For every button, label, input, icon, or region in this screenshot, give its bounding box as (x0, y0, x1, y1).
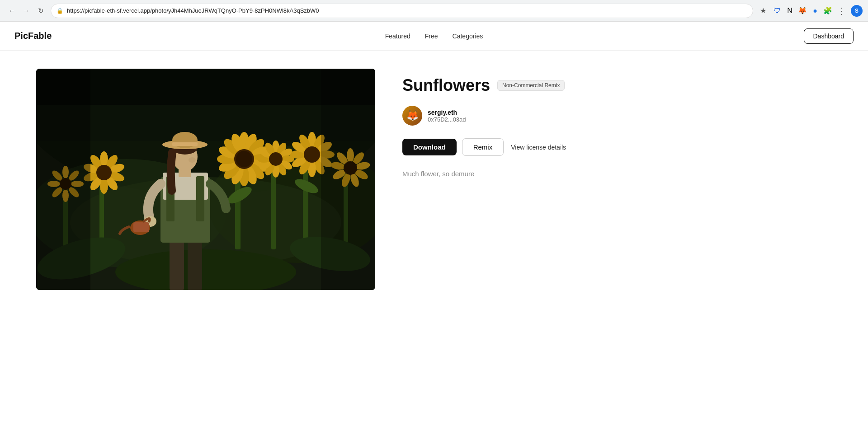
author-avatar-emoji: 🦊 (406, 110, 419, 122)
svg-point-44 (304, 146, 320, 163)
back-button[interactable]: ← (5, 5, 18, 17)
info-panel: Sunflowers Non-Commercial Remix 🦊 sergiy… (402, 69, 832, 179)
nav-links: Featured Free Categories (385, 33, 483, 40)
notion-ext-icon[interactable]: N (785, 6, 795, 16)
nav-categories[interactable]: Categories (453, 33, 483, 40)
action-buttons: Download Remix View license details (402, 138, 832, 156)
svg-rect-109 (36, 69, 375, 105)
main-content: Sunflowers Non-Commercial Remix 🦊 sergiy… (0, 51, 868, 308)
svg-rect-99 (133, 222, 149, 232)
browser-actions: ★ 🛡 N 🦊 ● 🧩 ⋮ S (757, 5, 863, 17)
nav-buttons: ← → ↻ (5, 5, 47, 17)
license-details-link[interactable]: View license details (509, 139, 568, 155)
site-logo[interactable]: PicFable (14, 31, 52, 41)
svg-rect-105 (172, 142, 198, 146)
nav-featured[interactable]: Featured (385, 33, 410, 40)
photo-title: Sunflowers (402, 76, 490, 95)
forward-button[interactable]: → (20, 5, 33, 17)
svg-point-65 (96, 165, 112, 180)
profile-button[interactable]: S (851, 5, 863, 17)
photo-description: Much flower, so demure (402, 169, 832, 179)
author-address: 0x75D2...03ad (428, 116, 466, 123)
license-badge: Non-Commercial Remix (497, 80, 565, 91)
nav-free[interactable]: Free (425, 33, 438, 40)
download-button[interactable]: Download (402, 139, 457, 155)
svg-rect-96 (196, 176, 204, 221)
author-row: 🦊 sergiy.eth 0x75D2...03ad (402, 106, 832, 126)
svg-point-87 (269, 152, 283, 166)
remix-button[interactable]: Remix (462, 138, 504, 156)
navbar: PicFable Featured Free Categories Dashbo… (0, 22, 868, 51)
address-bar[interactable]: 🔒 (51, 4, 753, 18)
bookmark-button[interactable]: ★ (757, 5, 769, 17)
circle-ext-icon[interactable]: ● (810, 6, 820, 16)
browser-chrome: ← → ↻ 🔒 ★ 🛡 N 🦊 ● 🧩 ⋮ S (0, 0, 868, 22)
svg-point-106 (189, 157, 196, 163)
title-row: Sunflowers Non-Commercial Remix (402, 76, 832, 95)
url-input[interactable] (67, 7, 747, 14)
bitwarden-ext-icon[interactable]: 🛡 (772, 6, 782, 16)
svg-point-31 (236, 151, 252, 167)
photo-container (36, 69, 375, 290)
lock-icon: 🔒 (57, 8, 63, 14)
svg-rect-92 (188, 236, 202, 290)
fox-ext-icon[interactable]: 🦊 (797, 6, 807, 16)
author-info: sergiy.eth 0x75D2...03ad (428, 109, 466, 123)
photo-image (36, 69, 375, 290)
author-avatar: 🦊 (402, 106, 422, 126)
author-name: sergiy.eth (428, 109, 466, 116)
dashboard-button[interactable]: Dashboard (804, 28, 854, 44)
svg-rect-91 (170, 236, 184, 290)
refresh-button[interactable]: ↻ (34, 5, 47, 17)
menu-button[interactable]: ⋮ (835, 5, 848, 17)
puzzle-ext-icon[interactable]: 🧩 (823, 6, 833, 16)
